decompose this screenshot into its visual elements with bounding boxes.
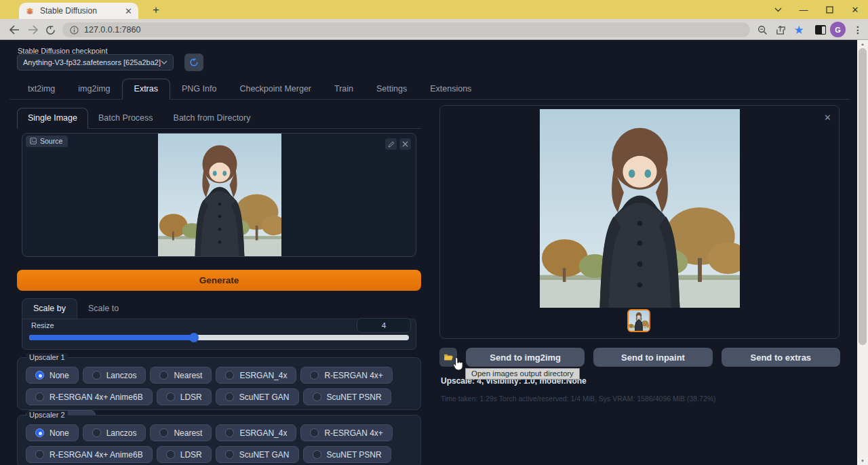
upscaler1-option-r-esrgan-anime6b[interactable]: R-ESRGAN 4x+ Anime6B	[26, 388, 153, 405]
tab-img2img[interactable]: img2img	[66, 79, 121, 99]
url-text: 127.0.0.1:7860	[84, 25, 140, 35]
browser-menu-icon[interactable]: ⋮	[850, 22, 866, 37]
forward-button[interactable]	[26, 22, 41, 37]
subtab-batch-process[interactable]: Batch Process	[88, 108, 163, 128]
send-to-inpaint-button[interactable]: Send to inpaint	[593, 348, 712, 367]
image-icon	[30, 138, 37, 144]
tab-settings[interactable]: Settings	[365, 79, 418, 99]
back-button[interactable]	[7, 22, 22, 37]
browser-tab-title: Stable Diffusion	[40, 6, 119, 16]
radio-icon	[35, 450, 44, 459]
mouse-cursor	[452, 357, 464, 374]
source-image[interactable]	[158, 134, 281, 256]
upscaler1-option-none[interactable]: None	[26, 367, 79, 384]
tab-close-icon[interactable]: ✕	[125, 7, 132, 16]
tab-train[interactable]: Train	[323, 79, 365, 99]
upscaler-2-group: Upscaler 2 None Lanczos Nearest ESRGAN_4…	[17, 415, 421, 465]
subtab-batch-from-directory[interactable]: Batch from Directory	[163, 108, 261, 128]
send-to-extras-button[interactable]: Send to extras	[722, 348, 840, 367]
gallery-close-icon[interactable]: ✕	[824, 113, 831, 122]
share-icon[interactable]	[772, 22, 789, 37]
resize-slider[interactable]	[29, 335, 409, 340]
upscaler2-option-scunet-psnr[interactable]: ScuNET PSNR	[303, 446, 391, 463]
resize-panel: Resize 4	[22, 319, 416, 350]
upscaler1-option-r-esrgan-4x[interactable]: R-ESRGAN 4x+	[300, 367, 392, 384]
subtab-scale-by[interactable]: Scale by	[22, 298, 77, 319]
clear-image-button[interactable]	[399, 138, 411, 150]
radio-icon	[92, 371, 101, 380]
upscaler1-option-lanczos[interactable]: Lanczos	[83, 367, 146, 384]
profile-avatar[interactable]: G	[830, 22, 846, 37]
upscaler1-option-esrgan-4x[interactable]: ESRGAN_4x	[216, 367, 296, 384]
window-minimize-button[interactable]: —	[791, 0, 816, 19]
scrollbar-thumb[interactable]	[859, 48, 867, 345]
radio-icon	[92, 428, 101, 437]
scrollbar-up-icon[interactable]: ▲	[857, 42, 868, 46]
source-image-dropzone[interactable]: Source	[22, 133, 416, 257]
edit-image-button[interactable]	[385, 138, 397, 150]
side-panel-icon[interactable]	[812, 22, 829, 37]
gallery-thumbnail-selected[interactable]	[627, 309, 650, 332]
window-maximize-button[interactable]	[816, 0, 842, 19]
main-tab-bar: txt2img img2img Extras PNG Info Checkpoi…	[9, 80, 850, 100]
tab-extras[interactable]: Extras	[122, 79, 170, 100]
tab-list-chevron-icon[interactable]	[765, 0, 791, 19]
zoom-icon[interactable]	[754, 22, 770, 37]
upscaler2-option-lanczos[interactable]: Lanczos	[83, 424, 146, 441]
site-info-icon[interactable]	[70, 26, 79, 35]
result-image[interactable]	[540, 109, 740, 308]
upscaler2-option-esrgan-4x[interactable]: ESRGAN_4x	[216, 424, 296, 441]
upscaler2-option-none[interactable]: None	[26, 424, 79, 441]
upscaler1-option-scunet-gan[interactable]: ScuNET GAN	[216, 388, 299, 405]
upscaler1-option-scunet-psnr[interactable]: ScuNET PSNR	[303, 388, 391, 405]
radio-icon	[225, 392, 234, 401]
upscaler2-option-scunet-gan[interactable]: ScuNET GAN	[216, 446, 299, 463]
tab-txt2img[interactable]: txt2img	[16, 79, 66, 99]
tab-png-info[interactable]: PNG Info	[170, 79, 228, 99]
window-close-button[interactable]: ✕	[842, 0, 868, 19]
url-bar[interactable]: 127.0.0.1:7860	[62, 22, 750, 37]
radio-icon	[159, 371, 168, 380]
upscaler2-option-ldsr[interactable]: LDSR	[157, 446, 212, 463]
favicon-stable-diffusion	[25, 6, 35, 16]
subtab-scale-to[interactable]: Scale to	[77, 299, 130, 319]
scrollbar-down-icon[interactable]: ▼	[857, 459, 868, 463]
radio-icon	[225, 371, 234, 380]
pencil-icon	[388, 141, 395, 148]
radio-icon	[35, 371, 44, 380]
upscaler-1-group: Upscaler 1 None Lanczos Nearest ESRGAN_4…	[17, 357, 421, 410]
generate-button[interactable]: Generate	[17, 270, 421, 291]
subtab-single-image[interactable]: Single Image	[17, 108, 88, 129]
image-source-tab-bar: Single Image Batch Process Batch from Di…	[17, 108, 421, 129]
radio-icon	[166, 392, 175, 401]
result-actions: Send to img2img Send to inpaint Send to …	[439, 348, 840, 367]
footer-stats-text: Time taken: 1.29s Torch active/reserved:…	[441, 395, 716, 403]
checkpoint-dropdown[interactable]: Anything-V3-fp32.safetensors [625a2ba2]	[17, 54, 174, 70]
upscaler2-option-nearest[interactable]: Nearest	[150, 424, 212, 441]
page-scrollbar[interactable]: ▲ ▼	[857, 40, 868, 465]
radio-icon	[310, 371, 319, 380]
tab-checkpoint-merger[interactable]: Checkpoint Merger	[228, 79, 323, 99]
resize-slider-handle[interactable]	[189, 333, 199, 342]
radio-icon	[35, 392, 44, 401]
radio-icon	[225, 450, 234, 459]
upscaler1-option-nearest[interactable]: Nearest	[150, 367, 212, 384]
tab-extensions[interactable]: Extensions	[418, 79, 483, 99]
radio-icon	[313, 450, 321, 459]
send-to-img2img-button[interactable]: Send to img2img	[466, 348, 585, 367]
resize-value-input[interactable]: 4	[357, 318, 411, 333]
radio-icon	[166, 450, 175, 459]
screen: Stable Diffusion ✕ + — ✕ 127.0.0.1:7860	[0, 0, 868, 465]
source-label: Source	[40, 137, 62, 145]
upscaler2-option-r-esrgan-4x[interactable]: R-ESRGAN 4x+	[300, 424, 392, 441]
tooltip: Open images output directory	[465, 368, 580, 380]
upscaler2-option-r-esrgan-anime6b[interactable]: R-ESRGAN 4x+ Anime6B	[26, 446, 153, 463]
upscaler1-option-ldsr[interactable]: LDSR	[157, 388, 212, 405]
checkpoint-refresh-button[interactable]	[184, 54, 203, 71]
upscaler-1-label: Upscaler 1	[26, 353, 68, 361]
new-tab-button[interactable]: +	[148, 3, 164, 18]
browser-tab[interactable]: Stable Diffusion ✕	[19, 3, 138, 19]
bookmark-star-icon[interactable]: ★	[791, 22, 807, 37]
chevron-down-icon	[161, 60, 167, 64]
reload-button[interactable]	[43, 22, 58, 37]
